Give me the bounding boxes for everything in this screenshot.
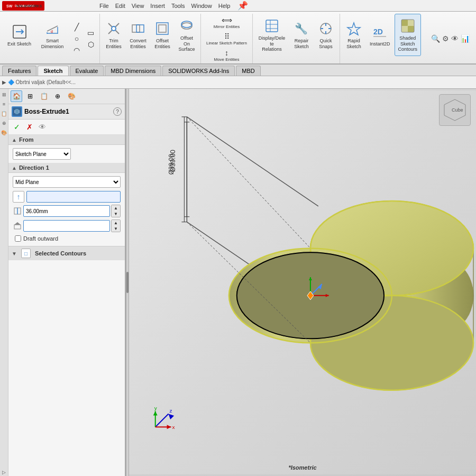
tab-mbd-dimensions[interactable]: MBD Dimensions [105, 66, 161, 76]
menu-file[interactable]: File [96, 2, 112, 10]
icon-props[interactable]: 📋 [1, 110, 8, 117]
exit-label: Exit Sketch [7, 41, 31, 47]
search-icon[interactable]: 🔍 [431, 34, 440, 43]
icon-add[interactable]: ⊕ [1, 120, 8, 127]
menu-window[interactable]: Window [188, 2, 215, 10]
move-entities-button[interactable]: ↕ Move Entities [204, 48, 249, 63]
boss-title: Boss-Extrude1 [24, 108, 111, 115]
extra-up-button[interactable]: ▲ [112, 220, 120, 226]
preview-button[interactable]: 👁 [37, 122, 48, 132]
quick-snaps-button[interactable]: QuickSnaps [314, 14, 337, 56]
svg-text:Ø39.00: Ø39.00 [168, 154, 175, 175]
convert-label: ConvertEntities [130, 38, 147, 50]
menu-edit[interactable]: Edit [112, 2, 129, 10]
icon-tree[interactable]: ⊞ [1, 91, 8, 98]
repair-sketch-button[interactable]: 🔧 RepairSketch [290, 14, 313, 56]
pin-icon: 📌 [237, 1, 248, 11]
draft-outward-checkbox[interactable] [15, 235, 21, 242]
from-select[interactable]: Sketch Plane Surface/Face/Plane Vertex O… [13, 148, 71, 160]
circle-button[interactable]: ○ [71, 33, 82, 44]
menu-insert[interactable]: Insert [147, 2, 168, 10]
menu-bar: SOLIDWORKS SW SOLIDWORKS File Edit View … [0, 0, 476, 12]
extra-down-button[interactable]: ▼ [112, 226, 120, 232]
ribbon-group-exit: Exit Sketch d Smart Dimension ╱ ○ ◠ ▭ ⬡ [2, 14, 100, 63]
smart-dim-icon: d [44, 20, 61, 37]
menu-tools[interactable]: Tools [168, 2, 188, 10]
offset-entities-button[interactable]: OffsetEntities [151, 14, 174, 56]
breadcrumb: ▶ 🔷 Obrtni valjak (Default<<... [2, 79, 76, 85]
rect-button[interactable]: ▭ [85, 28, 96, 38]
convert-entities-button[interactable]: ConvertEntities [126, 14, 150, 56]
from-section-header[interactable]: ▲ From [8, 135, 125, 145]
direction-type-select[interactable]: Blind Through All Mid Plane Up To Next M… [13, 176, 121, 188]
display-delete-icon [263, 17, 280, 34]
from-arrow: ▲ [12, 137, 17, 143]
repair-label: RepairSketch [294, 38, 309, 50]
smart-dimension-button[interactable]: d Smart Dimension [35, 14, 69, 56]
panel-icon-config[interactable]: 📋 [38, 90, 50, 102]
offset-surface-button[interactable]: OffsetOnSurface [175, 14, 198, 56]
tab-mbd[interactable]: MBD [236, 66, 260, 76]
offset-surface-icon [178, 17, 195, 34]
direction-input[interactable] [26, 191, 121, 203]
menu-view[interactable]: View [129, 2, 148, 10]
depth-input[interactable]: 36.00mm [23, 205, 110, 217]
linear-pattern-button[interactable]: ⠿ Linear Sketch Pattern [204, 31, 249, 47]
trim-label: TrimEntities [106, 38, 122, 50]
extra-spinner: ▲ ▼ [111, 219, 121, 232]
contours-section-header[interactable]: ▼ □ Selected Contours [8, 246, 125, 260]
smart-dim-label: Smart Dimension [39, 38, 66, 50]
move-icon: ↕ [225, 49, 228, 57]
trim-entities-button[interactable]: TrimEntities [102, 14, 125, 56]
panel-icon-color[interactable]: 🎨 [66, 90, 77, 102]
tab-addins[interactable]: SOLIDWORKS Add-Ins [162, 66, 235, 76]
line-button[interactable]: ╱ [71, 22, 82, 32]
icon-filter[interactable]: ▷ [1, 469, 8, 476]
shaded-contours-label: ShadedSketchContours [398, 35, 418, 52]
help-button[interactable]: ? [113, 107, 122, 116]
depth-down-button[interactable]: ▼ [112, 211, 120, 217]
arc-button[interactable]: ◠ [71, 45, 82, 56]
settings-icon[interactable]: ⚙ [442, 34, 449, 43]
direction1-content: Blind Through All Mid Plane Up To Next M… [8, 173, 125, 246]
line-icon: ╱ [75, 23, 79, 31]
extra-input[interactable] [23, 220, 110, 232]
boss-header: Boss-Extrude1 ? [8, 104, 125, 120]
polygon-button[interactable]: ⬡ [85, 39, 96, 50]
svg-point-12 [112, 26, 116, 31]
instant2d-button[interactable]: 2D Instant2D [367, 14, 393, 56]
confirm-button[interactable]: ✓ [12, 122, 22, 132]
exit-sketch-button[interactable]: Exit Sketch [4, 14, 34, 56]
depth-up-button[interactable]: ▲ [112, 205, 120, 211]
quick-snaps-icon [317, 20, 334, 37]
shaded-contours-button[interactable]: ShadedSketchContours [395, 14, 422, 56]
cancel-button[interactable]: ✗ [24, 122, 35, 132]
quick-snaps-label: QuickSnaps [319, 38, 333, 50]
panel-icon-house[interactable]: 🏠 [11, 90, 22, 102]
mirror-entities-button[interactable]: ⟺ Mirror Entities [204, 15, 249, 30]
icon-paint[interactable]: 🎨 [1, 129, 8, 136]
main-area: ⊞ ≡ 📋 ⊕ 🎨 ▷ 🏠 ⊞ 📋 ⊕ 🎨 [0, 89, 476, 476]
app-logo: SOLIDWORKS SW SOLIDWORKS [2, 1, 44, 11]
icon-list[interactable]: ≡ [1, 100, 8, 108]
direction1-section-header[interactable]: ▲ Direction 1 [8, 163, 125, 173]
view-icon[interactable]: 👁 [451, 34, 459, 43]
rect-icon: ▭ [87, 29, 94, 37]
offset-icon [154, 20, 171, 37]
display-delete-button[interactable]: Display/DeleteRelations [255, 14, 289, 56]
panel-icon-grid[interactable]: ⊞ [24, 90, 36, 102]
depth-icon [13, 206, 22, 216]
tab-bar: Features Sketch Evaluate MBD Dimensions … [0, 65, 476, 76]
view-cube[interactable]: Cube [439, 94, 471, 126]
dir-arrow-row: ↑ [13, 191, 121, 203]
rapid-sketch-label: RapidSketch [346, 38, 361, 50]
display-icon[interactable]: 📊 [461, 34, 470, 43]
tab-evaluate[interactable]: Evaluate [70, 66, 104, 76]
menu-help[interactable]: Help [215, 2, 234, 10]
svg-rect-14 [136, 25, 144, 32]
tab-features[interactable]: Features [2, 66, 36, 76]
rapid-sketch-button[interactable]: RapidSketch [342, 14, 365, 56]
direction-flip-button[interactable]: ↑ [13, 191, 24, 203]
panel-icon-target[interactable]: ⊕ [52, 90, 63, 102]
tab-sketch[interactable]: Sketch [38, 66, 68, 76]
